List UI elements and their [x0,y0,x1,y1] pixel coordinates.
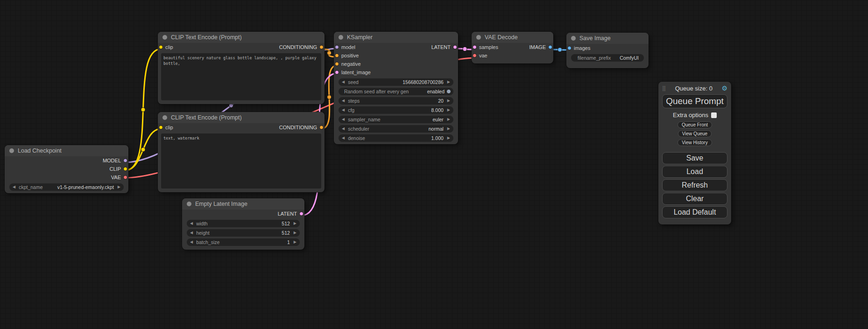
prev-value-arrow-icon[interactable]: ◀ [13,185,15,189]
load-default-button[interactable]: Load Default [662,206,727,218]
increment-arrow-icon[interactable]: ▶ [294,231,296,235]
node-load-checkpoint[interactable]: Load Checkpoint MODEL CLIP VAE ◀ ckpt_na… [5,145,128,193]
prompt-textarea[interactable]: beautiful scenery nature glass bottle la… [161,53,321,100]
port-label-samples: samples [479,44,498,50]
node-vae-decode[interactable]: VAE Decode samples IMAGE vae [472,32,553,63]
widget-value: ComfyUI [614,55,639,61]
input-port-images[interactable] [567,46,572,50]
output-port-latent[interactable] [453,45,457,49]
next-value-arrow-icon[interactable]: ▶ [447,127,450,131]
output-port-vae[interactable] [123,175,127,180]
queue-size-label: Queue size: 0 [666,85,721,92]
input-port-negative[interactable] [335,62,339,66]
widget-steps[interactable]: ◀ steps 20 ▶ [339,97,453,105]
widget-seed[interactable]: ◀ seed 156680208700286 ▶ [339,78,453,86]
collapse-dot-icon[interactable] [571,36,576,41]
widget-ckpt-name[interactable]: ◀ ckpt_name v1-5-pruned-emaonly.ckpt ▶ [9,183,124,191]
view-queue-button[interactable]: View Queue [678,130,712,137]
decrement-arrow-icon[interactable]: ◀ [190,240,193,244]
decrement-arrow-icon[interactable]: ◀ [342,99,345,103]
drag-handle-icon[interactable]: ⣿ [662,85,666,91]
node-clip-text-encode-positive[interactable]: CLIP Text Encode (Prompt) clip CONDITION… [158,32,325,104]
output-port-latent[interactable] [299,212,303,216]
input-port-clip[interactable] [159,126,163,130]
widget-value: euler [384,117,444,122]
queue-prompt-button[interactable]: Queue Prompt [662,94,727,108]
node-title-bar[interactable]: Load Checkpoint [5,145,128,156]
queue-buttons-row: Queue FrontView Queue [662,120,727,138]
view-history-button[interactable]: View History [677,139,712,146]
widget-cfg[interactable]: ◀ cfg 8.000 ▶ [339,106,453,114]
load-button[interactable]: Load [662,166,727,178]
increment-arrow-icon[interactable]: ▶ [447,99,450,103]
node-ksampler[interactable]: KSampler model LATENT positive negative … [334,32,458,144]
widget-height[interactable]: ◀ height 512 ▶ [187,229,300,237]
input-port-latent-image[interactable] [335,70,339,75]
widget-random-seed-toggle[interactable]: Random seed after every gen enabled [339,88,453,95]
prev-value-arrow-icon[interactable]: ◀ [342,118,345,121]
port-label-latent-image: latent_image [341,70,371,75]
next-value-arrow-icon[interactable]: ▶ [118,185,120,189]
output-port-model[interactable] [123,159,127,163]
increment-arrow-icon[interactable]: ▶ [447,108,450,112]
save-button[interactable]: Save [662,152,727,164]
widget-value: 20 [363,98,444,104]
next-value-arrow-icon[interactable]: ▶ [447,118,450,121]
collapse-dot-icon[interactable] [162,35,167,40]
widget-sampler-name[interactable]: ◀ sampler_name euler ▶ [339,116,453,123]
widget-value: 8.000 [358,107,444,113]
node-title-bar[interactable]: CLIP Text Encode (Prompt) [158,112,325,123]
decrement-arrow-icon[interactable]: ◀ [342,80,345,84]
node-title-bar[interactable]: Save Image [566,33,649,44]
port-row: positive [334,51,458,60]
comfy-menu-panel: ⣿ Queue size: 0 ⚙ Queue Prompt Extra opt… [658,82,731,224]
collapse-dot-icon[interactable] [187,202,191,206]
increment-arrow-icon[interactable]: ▶ [294,240,296,244]
input-port-samples[interactable] [473,45,477,49]
port-row: clip CONDITIONING [158,123,325,132]
node-title-bar[interactable]: KSampler [334,32,458,43]
input-port-clip[interactable] [159,45,163,49]
collapse-dot-icon[interactable] [9,148,14,153]
prev-value-arrow-icon[interactable]: ◀ [342,127,345,131]
input-port-positive[interactable] [335,54,339,58]
decrement-arrow-icon[interactable]: ◀ [342,108,345,112]
output-port-clip[interactable] [123,167,127,171]
settings-gear-icon[interactable]: ⚙ [721,84,727,92]
extra-options-checkbox[interactable] [711,112,717,118]
node-empty-latent-image[interactable]: Empty Latent Image LATENT ◀ width 512 ▶ … [182,198,304,250]
widget-batch-size[interactable]: ◀ batch_size 1 ▶ [187,238,300,246]
input-port-vae[interactable] [473,54,477,58]
node-title-bar[interactable]: VAE Decode [472,32,553,43]
node-clip-text-encode-negative[interactable]: CLIP Text Encode (Prompt) clip CONDITION… [158,112,325,192]
prompt-textarea[interactable]: text, watermark [161,133,321,189]
output-port-image[interactable] [548,45,552,49]
node-save-image[interactable]: Save Image images filename_prefix ComfyU… [566,33,649,68]
collapse-dot-icon[interactable] [339,35,343,40]
decrement-arrow-icon[interactable]: ◀ [342,136,345,140]
port-label-positive: positive [341,53,359,58]
collapse-dot-icon[interactable] [162,115,167,120]
output-port-conditioning[interactable] [319,126,324,130]
increment-arrow-icon[interactable]: ▶ [447,80,450,84]
output-port-conditioning[interactable] [319,45,324,49]
decrement-arrow-icon[interactable]: ◀ [190,222,193,225]
refresh-button[interactable]: Refresh [662,179,727,191]
decrement-arrow-icon[interactable]: ◀ [190,231,193,235]
input-port-model[interactable] [335,45,339,49]
node-title-bar[interactable]: Empty Latent Image [182,198,304,210]
increment-arrow-icon[interactable]: ▶ [447,136,450,140]
widget-name: filename_prefix [578,55,611,61]
widget-filename-prefix[interactable]: filename_prefix ComfyUI [571,54,644,62]
increment-arrow-icon[interactable]: ▶ [294,222,296,225]
collapse-dot-icon[interactable] [476,35,481,40]
clear-button[interactable]: Clear [662,193,727,205]
toggle-indicator-icon[interactable] [446,89,451,94]
widget-width[interactable]: ◀ width 512 ▶ [187,220,300,227]
queue-front-button[interactable]: Queue Front [677,121,712,128]
widget-denoise[interactable]: ◀ denoise 1.000 ▶ [339,134,453,142]
node-graph-canvas[interactable]: { "colors": { "model": "#B39DDB", "clip"… [0,0,868,329]
node-title-bar[interactable]: CLIP Text Encode (Prompt) [158,32,325,43]
link-midpoint-dot [558,48,562,52]
widget-scheduler[interactable]: ◀ scheduler normal ▶ [339,125,453,133]
